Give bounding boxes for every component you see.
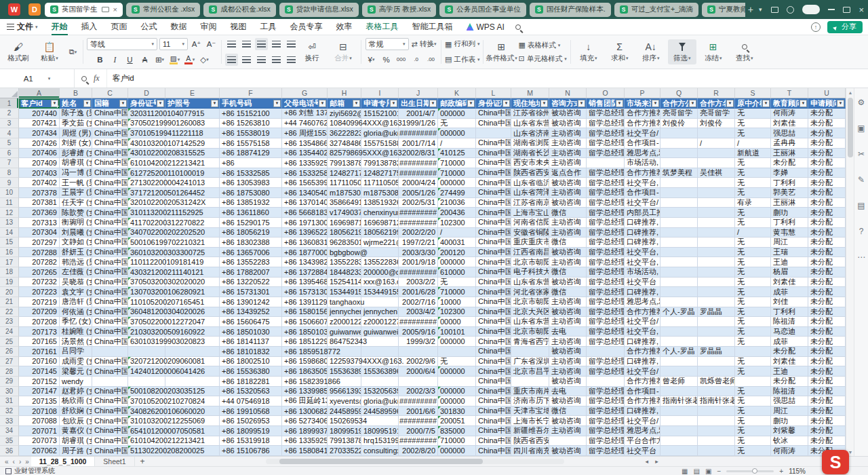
cell[interactable]: +86 1851229020	[282, 337, 328, 347]
cell[interactable]	[361, 297, 399, 307]
cell[interactable]: 孟冉冉	[771, 138, 808, 149]
cell[interactable]: China中国	[92, 218, 128, 228]
cell[interactable]	[660, 238, 698, 248]
cell[interactable]: 口碑推荐,	[625, 238, 660, 248]
row-number[interactable]: 32	[0, 406, 19, 417]
filter-dropdown-button[interactable]: ▼	[726, 100, 734, 107]
cell[interactable]: China中国	[476, 218, 511, 228]
file-tab[interactable]: S宁夏教师样本.xlsx	[702, 3, 745, 17]
cell[interactable]: 合作项目-	[625, 138, 660, 149]
row-number[interactable]: 26	[0, 347, 19, 357]
cell[interactable]: 无	[735, 218, 771, 228]
cell[interactable]: China中国	[92, 257, 128, 267]
wps-home-icon[interactable]: W	[8, 3, 20, 16]
cell[interactable]	[660, 218, 698, 228]
cell[interactable]: 100101	[438, 327, 476, 337]
cell[interactable]: 凯烁曾老师	[698, 377, 735, 387]
cell[interactable]	[660, 297, 698, 307]
align-middle-button[interactable]	[240, 38, 253, 50]
filter-dropdown-button[interactable]: ▼	[157, 100, 164, 107]
cell[interactable]	[660, 158, 698, 168]
cell[interactable]: #########	[399, 436, 438, 446]
cell[interactable]: 未分配	[808, 377, 846, 387]
cell[interactable]: 北京市朝阳	[511, 327, 549, 337]
vertical-scrollbar[interactable]: ▲ ▼	[846, 88, 854, 456]
cell[interactable]: 无	[735, 188, 771, 198]
cell[interactable]: 马恋迪	[771, 327, 808, 337]
distribute-button[interactable]	[285, 54, 298, 66]
cell[interactable]: 留学总经理	[587, 317, 625, 327]
cell[interactable]: +86 1859518772	[282, 347, 328, 357]
screen-share-icon[interactable]	[102, 7, 109, 12]
cell[interactable]: 710000	[438, 287, 476, 297]
cell[interactable]: 无	[438, 357, 476, 367]
cell[interactable]: guiwanwei	[361, 327, 399, 337]
cell[interactable]: 未分配	[808, 218, 846, 228]
find-button[interactable]: 查找▾	[730, 39, 759, 64]
vertical-scroll-thumb[interactable]	[848, 98, 853, 157]
cell[interactable]: 207402	[19, 178, 60, 188]
cell[interactable]: 244589596	[328, 406, 361, 417]
cell[interactable]: 未分配	[808, 238, 846, 248]
cell[interactable]	[587, 158, 625, 168]
cell[interactable]: 被动咨询	[549, 307, 587, 318]
cell[interactable]: +86 1340540988	[282, 188, 328, 198]
font-name-select[interactable]: 等线▾	[87, 38, 157, 50]
cell[interactable]: 370503200302020020	[128, 278, 165, 288]
cell[interactable]: 2001/7/14	[399, 138, 438, 149]
cell[interactable]: 主动咨询	[549, 426, 587, 436]
cell[interactable]: 124827175	[361, 168, 399, 178]
cell[interactable]: +86 15320563	[220, 387, 282, 397]
cell[interactable]: 207160	[19, 357, 60, 367]
page-layout-icon[interactable]: ▤	[694, 468, 700, 475]
cell[interactable]: 留学总经理	[587, 366, 625, 377]
cell[interactable]: 825798695XXX@163.	[328, 149, 361, 159]
filter-dropdown-button[interactable]: ▼	[273, 100, 281, 107]
column-header-K[interactable]: K	[438, 88, 476, 98]
cell[interactable]	[698, 426, 735, 436]
horizontal-scroll-thumb[interactable]	[279, 459, 483, 464]
cell[interactable]: 青海省西宁	[511, 337, 549, 347]
cell[interactable]: 无	[735, 436, 771, 446]
cell[interactable]: +86 15575158	[220, 138, 282, 149]
cell[interactable]: +86 13901242	[220, 297, 282, 307]
cell[interactable]: 200051	[438, 416, 476, 426]
row-number[interactable]: 7	[0, 158, 19, 168]
paste-button[interactable]: 📋 粘贴▾	[35, 39, 64, 64]
cell[interactable]: China中国	[92, 267, 128, 278]
cell[interactable]: 未分配	[808, 158, 846, 168]
cell[interactable]: 610104200212213421	[128, 436, 165, 446]
cell[interactable]: +86 13611860	[220, 208, 282, 218]
cell[interactable]: 180995191	[361, 426, 399, 436]
cell[interactable]: 327484864	[328, 138, 361, 149]
cell[interactable]	[165, 377, 220, 387]
cell[interactable]: 陈歆赞 (女	[60, 208, 92, 218]
cell[interactable]: China中国	[476, 387, 511, 397]
cell[interactable]: 周江	[771, 406, 808, 417]
column-header-R[interactable]: R	[698, 88, 735, 98]
cell[interactable]: 799138782	[328, 158, 361, 168]
row-number[interactable]: 13	[0, 218, 19, 228]
cell[interactable]: 留学总经理	[587, 387, 625, 397]
cell[interactable]: 000000	[438, 257, 476, 267]
cell[interactable]: 被动咨询	[549, 347, 587, 357]
cell[interactable]: 被动咨询	[549, 248, 587, 258]
cell[interactable]	[660, 366, 698, 377]
cell[interactable]: 湖南省长沙	[511, 149, 549, 159]
cell[interactable]: #########	[399, 128, 438, 138]
cell[interactable]: +86 18753080	[220, 188, 282, 198]
cell[interactable]: 000000	[438, 109, 476, 119]
cell[interactable]: 2002/2/20	[399, 228, 438, 238]
cell[interactable]: 未分配	[808, 317, 846, 327]
scissors-icon[interactable]: ✂	[858, 149, 865, 159]
align-center-button[interactable]	[240, 54, 253, 66]
header-cell-N[interactable]: 咨询方式▼	[549, 98, 587, 109]
cell[interactable]: 北京大兴区	[511, 307, 549, 318]
row-number[interactable]: 19	[0, 278, 19, 288]
cell[interactable]: 留学总经理	[587, 188, 625, 198]
file-tab[interactable]: S英国留学生×	[45, 3, 123, 17]
cell[interactable]: China中国	[92, 426, 128, 436]
cell[interactable]: 季忆 (女)	[60, 317, 92, 327]
cell[interactable]: 衡琬明 (女	[60, 218, 92, 228]
cell[interactable]: China中国	[92, 406, 128, 417]
